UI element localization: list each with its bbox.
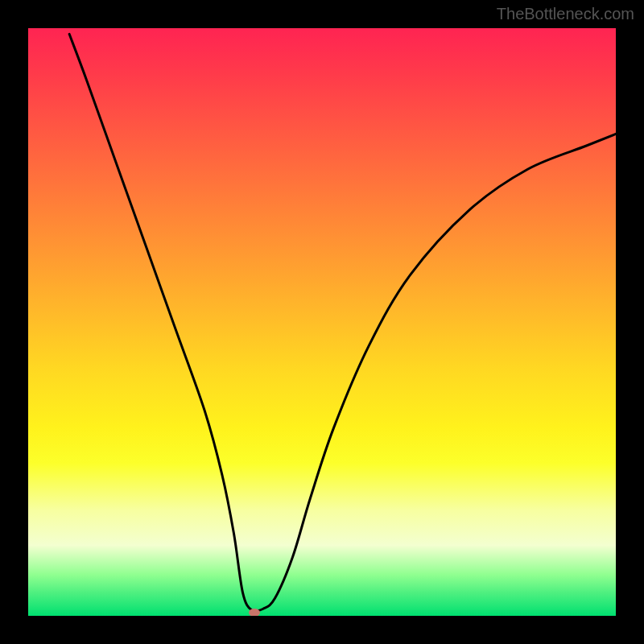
minimum-point-marker xyxy=(249,609,260,616)
bottleneck-curve xyxy=(28,28,616,616)
watermark-text: TheBottleneck.com xyxy=(497,5,634,23)
chart-plot-area xyxy=(28,28,616,616)
